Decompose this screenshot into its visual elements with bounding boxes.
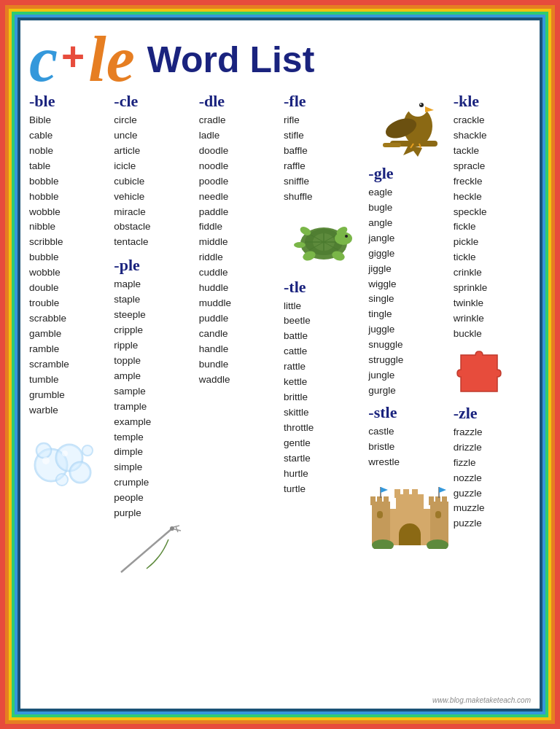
castle-image	[368, 476, 446, 552]
svg-marker-37	[425, 106, 434, 112]
svg-point-18	[170, 526, 174, 531]
svg-marker-60	[381, 487, 388, 493]
svg-rect-54	[442, 496, 447, 505]
words-kle: crackleshackletacklespraclefreckleheckle…	[454, 113, 531, 342]
svg-rect-50	[384, 496, 389, 505]
svg-point-38	[419, 103, 424, 107]
svg-point-12	[42, 457, 50, 464]
bubbles-image	[29, 429, 106, 494]
svg-rect-58	[412, 489, 418, 498]
heading-ple: -ple	[114, 256, 191, 275]
svg-rect-34	[383, 143, 401, 147]
svg-point-36	[408, 96, 428, 117]
logo-le: le	[88, 28, 135, 92]
svg-marker-41	[403, 145, 422, 157]
svg-rect-47	[372, 502, 390, 545]
words-dle: cradleladledoodlenoodlepoodleneedlepaddl…	[199, 113, 276, 388]
turtle-image	[284, 211, 361, 272]
words-stle: castlebristlewrestle	[368, 424, 446, 470]
words-cle: circleunclearticleiciclecubiclevehiclemi…	[114, 113, 191, 250]
svg-marker-62	[439, 487, 446, 493]
column-cle-ple: -cle circleunclearticleiciclecubiclevehi…	[110, 92, 195, 697]
svg-rect-53	[435, 496, 440, 505]
svg-point-27	[345, 235, 348, 238]
svg-rect-49	[377, 496, 382, 505]
heading-cle: -cle	[114, 92, 191, 111]
puzzle-image	[454, 348, 531, 398]
column-ble: -ble Biblecablenobletablebobblehobblewob…	[26, 92, 110, 697]
words-ble: Biblecablenobletablebobblehobblewobbleni…	[29, 113, 106, 418]
svg-point-13	[62, 451, 68, 456]
words-fle: riflestiflebafflerafflesniffleshuffle	[284, 113, 361, 205]
svg-point-11	[82, 445, 93, 456]
eagle-image	[368, 88, 446, 160]
svg-rect-46	[399, 534, 421, 545]
svg-point-32	[294, 242, 306, 248]
needle-image	[114, 525, 191, 579]
logo-plus: +	[61, 36, 85, 77]
heading-gle: -gle	[368, 164, 446, 183]
svg-rect-57	[403, 489, 409, 498]
svg-rect-48	[370, 496, 376, 505]
svg-point-9	[56, 474, 68, 486]
heading-fle: -fle	[284, 92, 361, 111]
column-fle-tle: -fle riflestiflebafflerafflesniffleshuff…	[280, 92, 365, 697]
heading-zle: -zle	[454, 404, 531, 423]
svg-rect-63	[377, 511, 383, 518]
svg-rect-51	[430, 502, 448, 545]
header: c + le Word List	[22, 22, 538, 92]
words-ple: maplestaplesteeplecripplerippletoppleamp…	[114, 277, 191, 521]
page-title: Word List	[147, 39, 315, 81]
heading-stle: -stle	[368, 403, 446, 422]
svg-line-14	[121, 529, 172, 572]
svg-point-39	[420, 104, 421, 105]
column-kle-zle: -kle crackleshackletacklespraclefreckleh…	[450, 92, 534, 697]
heading-ble: -ble	[29, 92, 106, 111]
svg-point-7	[36, 443, 51, 458]
heading-kle: -kle	[454, 92, 531, 111]
heading-dle: -dle	[199, 92, 276, 111]
svg-point-5	[70, 462, 90, 483]
words-tle: littlebeetlebattlecattlerattlekettlebrit…	[284, 299, 361, 497]
words-gle: eaglebugleanglejanglegigglejigglewiggles…	[368, 185, 446, 399]
logo-c: c	[29, 28, 58, 92]
watermark: www.blog.maketaketeach.com	[432, 696, 531, 704]
svg-rect-64	[435, 511, 441, 518]
column-dle: -dle cradleladledoodlenoodlepoodleneedle…	[195, 92, 280, 697]
heading-tle: -tle	[284, 278, 361, 297]
svg-rect-52	[429, 496, 434, 505]
words-zle: frazzledrizzlefizzlenozzleguzzlemuzzlepu…	[454, 425, 531, 531]
column-gle-stle: -gle eaglebugleanglejanglegigglejigglewi…	[365, 92, 449, 697]
svg-rect-56	[394, 489, 400, 498]
